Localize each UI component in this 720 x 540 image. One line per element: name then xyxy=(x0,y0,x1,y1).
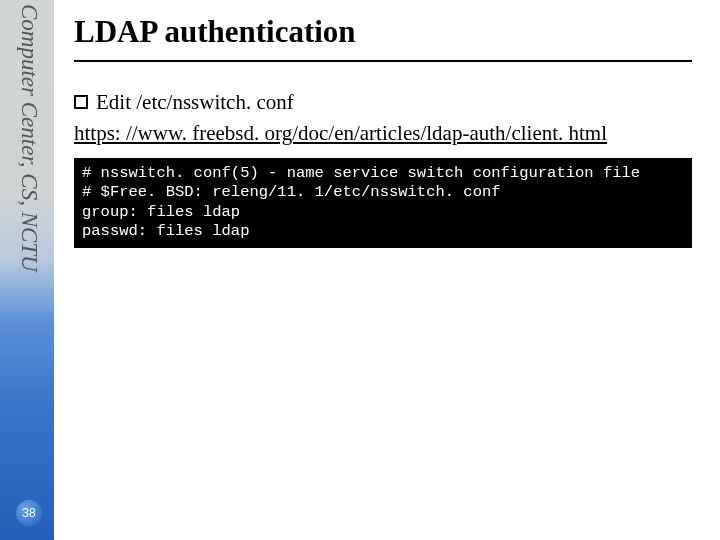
page-number: 38 xyxy=(22,506,35,520)
slide-title: LDAP authentication xyxy=(74,14,712,50)
bullet-text-1: Edit /etc/nsswitch. conf xyxy=(96,90,294,115)
org-name: Computer Center, CS, NCTU xyxy=(16,4,42,272)
reference-link[interactable]: https: //www. freebsd. org/doc/en/articl… xyxy=(74,121,712,146)
title-divider xyxy=(74,60,692,62)
code-block: # nsswitch. conf(5) - name service switc… xyxy=(74,158,692,248)
page-number-badge: 38 xyxy=(16,500,42,526)
square-bullet-icon xyxy=(74,95,88,109)
slide-content: LDAP authentication Edit /etc/nsswitch. … xyxy=(74,0,712,540)
sidebar: Computer Center, CS, NCTU 38 xyxy=(0,0,54,540)
bullet-item-1: Edit /etc/nsswitch. conf xyxy=(74,90,712,115)
